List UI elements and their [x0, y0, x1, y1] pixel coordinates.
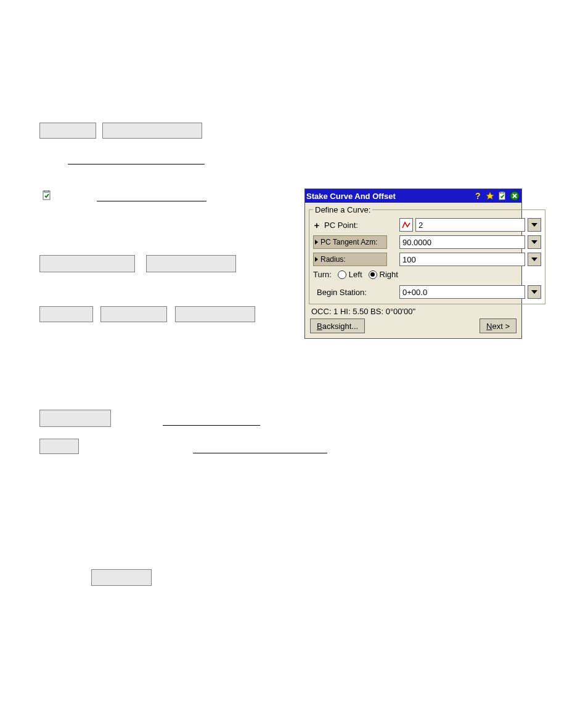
pc-point-dropdown[interactable]	[528, 218, 541, 232]
triangle-right-icon	[315, 257, 318, 262]
titlebar: Stake Curve And Offset ?	[305, 189, 521, 203]
radius-dropdown[interactable]	[528, 253, 541, 266]
map-pick-icon[interactable]	[399, 218, 413, 232]
next-mnemonic: N	[486, 322, 492, 331]
begin-station-dropdown[interactable]	[528, 285, 541, 299]
stake-curve-dialog: Stake Curve And Offset ?	[304, 189, 522, 339]
pc-tangent-label: PC Tangent Azm:	[321, 238, 378, 246]
underline	[163, 425, 260, 426]
placeholder-box	[102, 123, 202, 139]
define-curve-group: Define a Curve: + PC Point:	[309, 205, 545, 304]
placeholder-box	[39, 306, 93, 322]
placeholder-box	[91, 569, 152, 586]
placeholder-box	[175, 306, 255, 322]
underline	[97, 201, 206, 201]
turn-right-label: Right	[380, 270, 398, 279]
pc-point-label: PC Point:	[324, 221, 358, 230]
underline	[193, 453, 327, 453]
placeholder-box	[39, 410, 111, 427]
turn-left-radio[interactable]: Left	[338, 270, 362, 279]
radius-selector[interactable]: Radius:	[313, 253, 387, 266]
turn-right-radio[interactable]: Right	[369, 270, 398, 279]
backsight-mnemonic: B	[317, 322, 322, 331]
backsight-button[interactable]: Backsight...	[310, 319, 365, 333]
pc-tangent-selector[interactable]: PC Tangent Azm:	[313, 235, 387, 249]
close-icon[interactable]	[509, 190, 520, 201]
radio-selected-icon	[369, 270, 377, 279]
placeholder-box	[146, 255, 236, 272]
placeholder-box	[39, 439, 79, 454]
radius-input[interactable]	[399, 253, 525, 266]
backsight-rest: acksight...	[322, 322, 359, 331]
turn-left-label: Left	[349, 270, 362, 279]
begin-station-label: Begin Station:	[313, 288, 367, 297]
placeholder-box	[39, 255, 135, 272]
clipboard-check-icon[interactable]	[497, 190, 508, 201]
triangle-right-icon	[315, 240, 318, 245]
placeholder-box	[39, 123, 96, 139]
placeholder-box	[100, 306, 167, 322]
svg-rect-5	[500, 192, 504, 193]
svg-rect-1	[44, 190, 49, 192]
window-title: Stake Curve And Offset	[306, 192, 471, 201]
clipboard-check-icon	[42, 190, 53, 201]
pc-tangent-dropdown[interactable]	[528, 235, 541, 249]
pc-tangent-input[interactable]	[399, 235, 525, 249]
begin-station-input[interactable]	[399, 285, 525, 299]
pc-point-input[interactable]	[415, 218, 525, 232]
group-legend: Define a Curve:	[313, 205, 372, 214]
svg-text:?: ?	[475, 192, 481, 200]
radius-label: Radius:	[321, 255, 346, 264]
svg-marker-3	[486, 192, 494, 200]
star-icon[interactable]	[484, 190, 496, 201]
next-rest: ext >	[492, 322, 510, 331]
help-icon[interactable]: ?	[472, 190, 483, 201]
turn-label: Turn:	[313, 270, 332, 279]
plus-icon: +	[313, 220, 321, 230]
underline	[68, 164, 205, 164]
status-text: OCC: 1 HI: 5.50 BS: 0°00'00"	[309, 307, 518, 319]
radio-icon	[338, 270, 346, 279]
next-button[interactable]: Next >	[480, 319, 517, 333]
